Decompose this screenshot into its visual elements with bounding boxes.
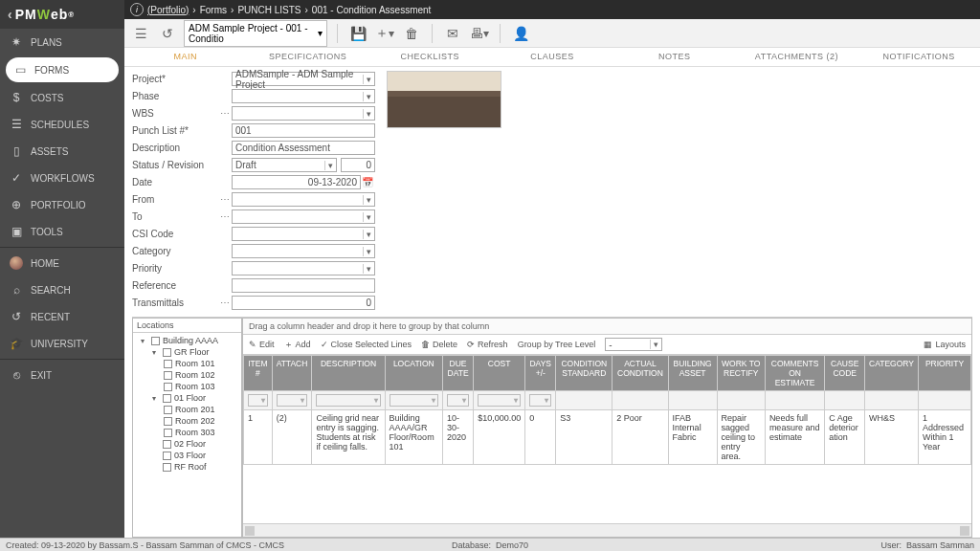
tab-attachments[interactable]: ATTACHMENTS (2) [736,48,858,66]
tree-03-floor[interactable]: 03 Floor [135,450,239,461]
tree-rf-roof[interactable]: RF Roof [135,461,239,473]
grid-layouts[interactable]: ▦Layouts [924,340,966,349]
table-row[interactable]: 1 (2) Ceiling grid near entry is sagging… [244,410,971,465]
col-comments[interactable]: COMMENTS ON ESTIMATE [765,356,824,391]
nav-search[interactable]: ⌕SEARCH [0,276,124,303]
user-icon[interactable]: 👤 [510,23,531,44]
project-dropdown[interactable]: ADMSample - ADM Sample Project▾ [232,72,375,86]
category-dropdown[interactable]: ▾ [232,244,375,258]
tree-01-floor[interactable]: ▾01 Floor [135,392,239,404]
grid-close-lines[interactable]: ✓Close Selected Lines [321,340,412,349]
col-cost[interactable]: COST [474,356,525,391]
checkbox[interactable] [164,406,172,414]
checkbox[interactable] [163,463,171,472]
col-cat[interactable]: CATEGORY [865,356,919,391]
info-icon[interactable]: i [130,3,144,16]
nav-portfolio[interactable]: ⊕PORTFOLIO [0,191,124,218]
nav-tools[interactable]: ▣TOOLS [0,218,124,245]
nav-costs[interactable]: $COSTS [0,84,124,111]
filter-item[interactable]: ▾ [248,394,268,407]
col-asset[interactable]: BUILDING ASSET [668,356,717,391]
priority-dropdown[interactable]: ▾ [232,261,375,276]
col-attach[interactable]: ATTACH [272,356,312,391]
tree-room-102[interactable]: Room 102 [135,369,239,381]
col-loc[interactable]: LOCATION [385,356,442,391]
col-days[interactable]: DAYS +/- [525,356,556,391]
revision-input[interactable]: 0 [341,158,375,172]
col-std[interactable]: CONDITION STANDARD [556,356,612,391]
tab-notifications[interactable]: NOTIFICATIONS [858,48,980,66]
tab-notes[interactable]: NOTES [613,48,736,66]
tree-gr-floor[interactable]: ▾GR Floor [135,346,239,358]
grid-refresh[interactable]: ⟳Refresh [467,340,508,349]
filter-desc[interactable]: ▾ [316,394,380,407]
trash-icon[interactable]: 🗑 [401,23,422,44]
filter-due[interactable]: ▾ [447,394,469,407]
group-by-area[interactable]: Drag a column header and drop it here to… [243,319,971,335]
checkbox[interactable] [151,337,160,345]
punchlist-input[interactable]: 001 [232,123,375,138]
grid-add[interactable]: ＋Add [284,339,311,351]
save-icon[interactable]: 💾 [347,23,368,44]
checkbox[interactable] [163,394,171,403]
horizontal-scrollbar[interactable] [243,523,971,537]
col-actual[interactable]: ACTUAL CONDITION [612,356,668,391]
col-desc[interactable]: DESCRIPTION [312,356,385,391]
nav-schedules[interactable]: ☰SCHEDULES [0,111,124,138]
crumb-portfolio[interactable]: (Portfolio) [147,5,189,15]
status-dropdown[interactable]: Draft▾ [232,158,337,172]
col-item[interactable]: ITEM # [244,356,273,391]
wbs-dropdown[interactable]: ▾ [232,106,375,121]
photo-thumbnail[interactable] [387,71,501,128]
to-dropdown[interactable]: ▾ [232,209,375,224]
checkbox[interactable] [163,452,171,460]
tree-room-202[interactable]: Room 202 [135,415,239,427]
tab-checklists[interactable]: CHECKLISTS [368,48,491,66]
tab-clauses[interactable]: CLAUSES [491,48,613,66]
checkbox[interactable] [164,429,172,437]
transmittals-input[interactable]: 0 [232,296,375,310]
tree-room-303[interactable]: Room 303 [135,427,239,438]
tree-02-floor[interactable]: 02 Floor [135,438,239,450]
grid-edit[interactable]: ✎Edit [249,340,275,349]
tab-specifications[interactable]: SPECIFICATIONS [247,48,369,66]
calendar-icon[interactable]: 📅 [361,177,374,187]
record-dropdown[interactable]: ADM Sample Project - 001 - Conditio▾ [184,20,327,47]
nav-home[interactable]: HOME [0,250,124,276]
print-icon[interactable]: 🖶▾ [469,23,490,44]
nav-recent[interactable]: ↺RECENT [0,303,124,330]
grid-delete[interactable]: 🗑Delete [421,340,457,349]
tree-room-101[interactable]: Room 101 [135,358,239,369]
date-input[interactable]: 09-13-2020 [232,175,361,189]
col-pri[interactable]: PRIORITY [919,356,971,391]
crumb-forms[interactable]: Forms [200,5,227,15]
ellipsis-icon[interactable]: ⋯ [218,298,232,308]
groupby-dropdown[interactable]: -▾ [605,338,662,351]
filter-loc[interactable]: ▾ [390,394,438,407]
checkbox[interactable] [164,383,172,391]
reference-input[interactable] [232,278,375,293]
nav-exit[interactable]: ⎋EXIT [0,362,124,388]
nav-workflows[interactable]: ✓WORKFLOWS [0,165,124,191]
ellipsis-icon[interactable]: ⋯ [218,108,232,119]
from-dropdown[interactable]: ▾ [232,192,375,207]
tab-main[interactable]: MAIN [124,48,247,66]
checkbox[interactable] [164,371,172,380]
col-cause[interactable]: CAUSE CODE [825,356,865,391]
nav-forms[interactable]: ▭FORMS [6,57,119,82]
checkbox[interactable] [164,360,172,368]
history-icon[interactable]: ↺ [157,23,178,44]
mail-icon[interactable]: ✉ [442,23,463,44]
nav-plans[interactable]: ✷PLANS [0,29,124,55]
nav-university[interactable]: 🎓UNIVERSITY [0,330,124,357]
checkbox[interactable] [163,440,171,449]
ellipsis-icon[interactable]: ⋯ [218,211,232,222]
tree-room-103[interactable]: Room 103 [135,381,239,392]
tree-room-201[interactable]: Room 201 [135,404,239,415]
row-attachments[interactable]: (2) [272,410,312,465]
filter-attach[interactable]: ▾ [277,394,308,407]
csi-dropdown[interactable]: ▾ [232,227,375,241]
back-chevron-icon[interactable]: ‹ [8,7,13,22]
phase-dropdown[interactable]: ▾ [232,89,375,103]
filter-days[interactable]: ▾ [529,394,551,407]
